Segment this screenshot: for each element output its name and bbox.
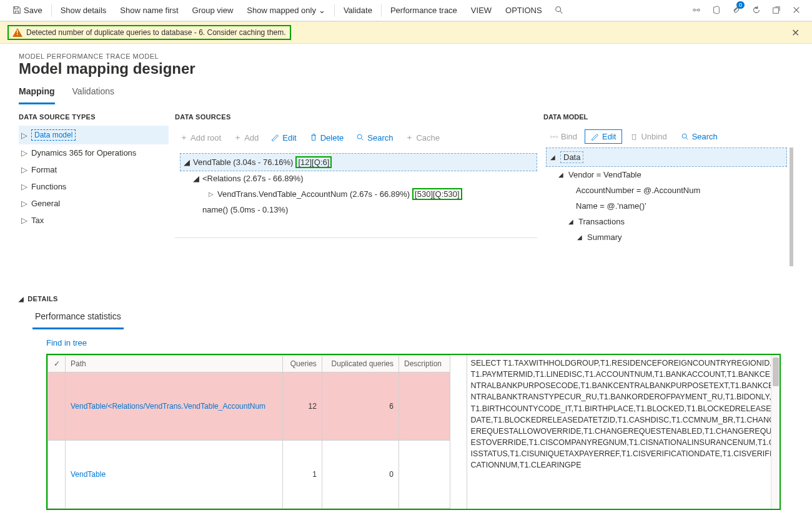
- chevron-right-icon: ▷: [21, 148, 27, 158]
- options-button[interactable]: OPTIONS: [499, 0, 548, 21]
- ds-node-vendtrans[interactable]: ▷ VendTrans.VendTable_AccountNum (2.67s …: [205, 186, 537, 202]
- data-model-panel: DATA MODEL Bind Edit Unbind Search ◢ Dat…: [543, 113, 793, 266]
- col-check[interactable]: ✓: [48, 356, 66, 372]
- dm-node-vendor[interactable]: ◢ Vendor = VendTable: [555, 167, 787, 182]
- show-mapped-only-button[interactable]: Show mapped only⌄: [240, 0, 332, 21]
- ds-type-general[interactable]: ▷ General: [19, 195, 169, 212]
- svg-line-11: [686, 138, 688, 139]
- ds-type-tax[interactable]: ▷ Tax: [19, 212, 169, 229]
- link-icon: [550, 132, 558, 141]
- view-button[interactable]: VIEW: [465, 0, 498, 21]
- table-header-row: ✓ Path Queries Duplicated queries Descri…: [48, 356, 450, 372]
- office-icon-button[interactable]: [707, 0, 726, 21]
- svg-point-0: [555, 6, 560, 11]
- svg-point-8: [357, 134, 362, 139]
- dm-node-name[interactable]: Name = @.'name()': [573, 198, 787, 214]
- add-button: ＋Add: [229, 129, 264, 146]
- edit-button[interactable]: Edit: [585, 129, 622, 144]
- data-model-tree: ◢ Data ◢ Vendor = VendTable AccountNumbe…: [543, 148, 793, 266]
- validate-button[interactable]: Validate: [337, 0, 379, 21]
- col-duplicated-queries[interactable]: Duplicated queries: [322, 356, 399, 372]
- delete-button[interactable]: Delete: [304, 131, 349, 145]
- cell-queries: 12: [283, 372, 322, 441]
- chevron-down-icon[interactable]: ◢: [183, 158, 191, 167]
- table-row[interactable]: VendTable 1 0: [48, 441, 450, 509]
- save-button[interactable]: Save: [6, 0, 49, 21]
- dm-node-accountnum[interactable]: AccountNumber = @.AccountNum: [573, 182, 787, 198]
- data-source-types-panel: DATA SOURCE TYPES ▷ Data model ▷ Dynamic…: [19, 113, 169, 266]
- designer-tabs: Mapping Validations: [0, 82, 812, 104]
- chevron-down-icon[interactable]: ◢: [549, 154, 557, 161]
- sql-preview-pane: SELECT T1.TAXWITHHOLDGROUP,T1.RESIDENCEF…: [467, 355, 780, 509]
- warning-text: Detected number of duplicate queries to …: [26, 28, 286, 37]
- dm-node-label: Vendor = VendTable: [568, 170, 641, 179]
- breadcrumb: MODEL PERFORMANCE TRACE MODEL: [0, 44, 812, 60]
- data-sources-tree: ◢ VendTable (3.04s - 76.16%)[12][Q:6] ◢ …: [175, 153, 537, 217]
- svg-line-1: [560, 11, 562, 13]
- chevron-down-icon[interactable]: ◢: [567, 218, 575, 225]
- ds-node-vendtable[interactable]: ◢ VendTable (3.04s - 76.16%)[12][Q:6]: [180, 153, 537, 171]
- ds-type-label: Tax: [31, 216, 44, 225]
- dm-node-label: Transactions: [578, 217, 625, 226]
- table-row[interactable]: VendTable/<Relations/VendTrans.VendTable…: [48, 372, 450, 441]
- col-description[interactable]: Description: [399, 356, 450, 372]
- query-stats-highlight: [12][Q:6]: [295, 156, 332, 168]
- cache-button: ＋Cache: [400, 129, 445, 146]
- ds-type-functions[interactable]: ▷ Functions: [19, 178, 169, 195]
- ds-type-format[interactable]: ▷ Format: [19, 161, 169, 178]
- ds-type-data-model[interactable]: ▷ Data model: [19, 126, 169, 144]
- tab-validations[interactable]: Validations: [72, 82, 114, 104]
- connector-icon-button[interactable]: [687, 0, 706, 21]
- search-button[interactable]: Search: [351, 131, 398, 145]
- tab-performance-statistics[interactable]: Performance statistics: [32, 308, 124, 329]
- cell-path[interactable]: VendTable: [66, 441, 283, 509]
- group-view-button[interactable]: Group view: [186, 0, 240, 21]
- pencil-icon: [591, 132, 600, 141]
- show-details-button[interactable]: Show details: [54, 0, 113, 21]
- search-button[interactable]: Search: [675, 129, 724, 144]
- ds-type-d365[interactable]: ▷ Dynamics 365 for Operations: [19, 144, 169, 161]
- ds-node-relations[interactable]: ◢ <Relations (2.67s - 66.89%): [190, 171, 537, 186]
- close-button[interactable]: [787, 0, 806, 21]
- row-check[interactable]: [48, 372, 66, 441]
- find-in-tree-link[interactable]: Find in tree: [46, 338, 793, 348]
- popout-button[interactable]: [767, 0, 786, 21]
- details-title: DETAILS: [27, 295, 57, 302]
- chevron-right-icon[interactable]: ▷: [207, 191, 215, 198]
- scrollbar[interactable]: [771, 355, 780, 509]
- dm-node-summary[interactable]: ◢ Summary: [573, 229, 787, 245]
- edit-button[interactable]: Edit: [266, 131, 301, 145]
- details-header[interactable]: ◢ DETAILS: [19, 295, 793, 308]
- cell-desc: [399, 441, 450, 509]
- dm-node-data[interactable]: ◢ Data: [546, 148, 787, 167]
- dm-node-label: Data: [560, 151, 583, 163]
- warning-bar: Detected number of duplicate queries to …: [0, 21, 812, 44]
- col-queries[interactable]: Queries: [283, 356, 322, 372]
- cell-path[interactable]: VendTable/<Relations/VendTrans.VendTable…: [66, 372, 283, 441]
- row-check[interactable]: [48, 441, 66, 509]
- col-path[interactable]: Path: [66, 356, 283, 372]
- dm-node-transactions[interactable]: ◢ Transactions: [565, 214, 787, 229]
- ds-node-label: name() (5.0ms - 0.13%): [202, 205, 288, 214]
- performance-trace-button[interactable]: Performance trace: [384, 0, 463, 21]
- refresh-button[interactable]: [747, 0, 766, 21]
- attachments-badge: 0: [736, 1, 745, 9]
- search-button[interactable]: [550, 0, 568, 21]
- scrollbar-thumb[interactable]: [773, 358, 779, 386]
- attachments-button[interactable]: 0: [727, 0, 746, 21]
- save-icon: [12, 6, 21, 14]
- chevron-down-icon: ◢: [19, 296, 24, 302]
- ds-node-name[interactable]: name() (5.0ms - 0.13%): [200, 202, 537, 217]
- warning-close-button[interactable]: ✕: [786, 27, 805, 39]
- tab-mapping[interactable]: Mapping: [19, 82, 55, 104]
- trash-icon: [630, 132, 638, 141]
- show-name-first-button[interactable]: Show name first: [114, 0, 184, 21]
- chevron-down-icon[interactable]: ◢: [192, 174, 200, 183]
- chevron-down-icon[interactable]: ◢: [557, 171, 565, 178]
- plus-icon: ＋: [234, 132, 242, 143]
- chevron-right-icon: ▷: [21, 165, 27, 174]
- chevron-down-icon[interactable]: ◢: [576, 234, 583, 241]
- close-icon: [792, 6, 801, 14]
- search-icon: [356, 133, 365, 142]
- data-model-toolbar: Bind Edit Unbind Search: [543, 126, 793, 148]
